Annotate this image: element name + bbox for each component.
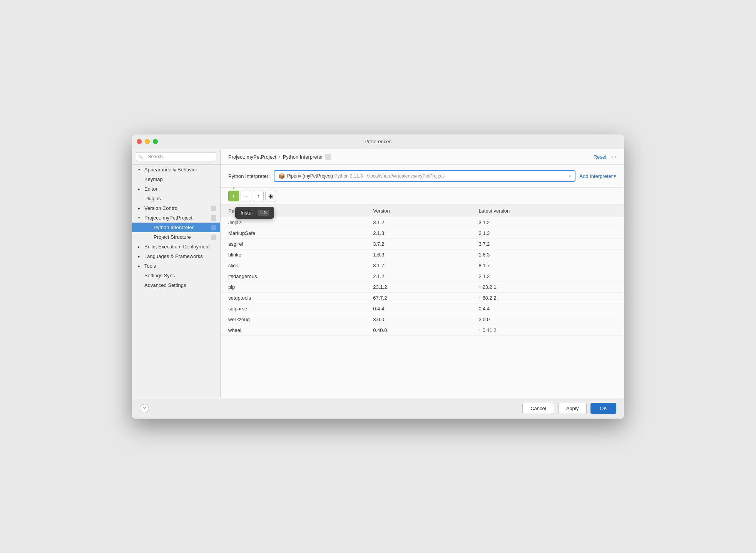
main-header: Project: myPetProject › Python Interpret… [221,149,624,165]
interpreter-row: Python Interpreter: 📦 Pipenv (myPetProje… [221,165,624,188]
help-button[interactable]: ? [140,404,149,413]
package-version: 23.1.2 [365,282,471,293]
preferences-window: Preferences ▾ Appearance & Behavior Keym… [132,134,624,419]
package-name: MarkupSafe [221,228,365,239]
sidebar-item-editor[interactable]: ▸ Editor [132,184,220,194]
window-title: Preferences [365,139,391,144]
sidebar-item-advanced[interactable]: Advanced Settings [132,280,220,290]
sidebar-item-label: Keymap [144,176,163,182]
table-row[interactable]: itsdangerous2.1.22.1.2 [221,271,624,282]
package-latest-version: 3.7.2 [471,239,624,250]
sidebar-item-build[interactable]: ▸ Build, Execution, Deployment [132,242,220,251]
table-row[interactable]: setuptools67.7.2↑ 68.2.2 [221,293,624,303]
chevron-right-icon: ▸ [138,206,142,210]
sidebar-item-label: Settings Sync [144,273,175,278]
arrow-container: + Install [228,191,239,201]
package-version: 67.7.2 [365,293,471,303]
table-row[interactable]: Jinja23.1.23.1.2 [221,217,624,228]
badge-icon [211,235,216,240]
interpreter-select[interactable]: 📦 Pipenv (myPetProject) Python 3.11.3 ~/… [274,170,576,182]
sidebar-item-appearance[interactable]: ▾ Appearance & Behavior [132,165,220,174]
sidebar-item-label: Project: myPetProject [144,215,192,221]
interpreter-icon: 📦 [278,173,285,179]
package-name: wheel [221,325,365,336]
table-row[interactable]: wheel0.40.0↑ 0.41.2 [221,325,624,336]
table-row[interactable]: pip23.1.2↑ 23.2.1 [221,282,624,293]
update-indicator: ↑ 23.2.1 [478,284,616,290]
badge-icon [211,225,216,230]
column-latest: Latest version [471,205,624,217]
interpreter-label: Python Interpreter: [228,173,270,179]
package-latest-version: 0.4.4 [471,303,624,314]
search-bar [132,149,220,165]
table-header-row: Package Version Latest version [221,205,624,217]
package-latest-version: 3.0.0 [471,314,624,325]
package-version: 2.1.2 [365,271,471,282]
chevron-down-icon: ▾ [138,168,142,172]
table-row[interactable]: click8.1.78.1.7 [221,260,624,271]
package-version: 0.4.4 [365,303,471,314]
nav-arrows: ‹ › [611,154,616,160]
cancel-button[interactable]: Cancel [522,403,554,414]
minus-icon: − [244,193,248,199]
back-arrow-icon[interactable]: ‹ [611,154,613,160]
close-button[interactable] [137,139,142,144]
sidebar-item-project-structure[interactable]: Project Structure [132,232,220,242]
apply-button[interactable]: Apply [558,403,587,414]
search-input[interactable] [136,152,216,161]
table-row[interactable]: werkzeug3.0.03.0.0 [221,314,624,325]
upgrade-package-button[interactable]: ↑ [253,191,264,201]
sidebar-item-keymap[interactable]: Keymap [132,174,220,184]
package-name: itsdangerous [221,271,365,282]
question-mark-icon: ? [143,406,146,411]
chevron-down-icon: ▾ [614,173,616,179]
titlebar: Preferences [132,134,624,149]
remove-package-button[interactable]: − [241,191,251,201]
sidebar-item-tools[interactable]: ▸ Tools [132,261,220,271]
maximize-button[interactable] [153,139,158,144]
packages-area: + Install [221,188,624,398]
page-icon [325,154,331,160]
sidebar-item-python-interpreter[interactable]: Python Interpreter [132,223,220,232]
sidebar-item-version-control[interactable]: ▸ Version Control [132,203,220,213]
show-details-button[interactable]: ◉ [265,191,276,201]
forward-arrow-icon[interactable]: › [614,154,616,160]
table-row[interactable]: sqlparse0.4.40.4.4 [221,303,624,314]
package-version: 3.7.2 [365,239,471,250]
minimize-button[interactable] [145,139,150,144]
sidebar-item-settings-sync[interactable]: Settings Sync [132,271,220,280]
package-version: 3.0.0 [365,314,471,325]
ok-button[interactable]: OK [590,403,616,414]
table-row[interactable]: blinker1.6.31.6.3 [221,250,624,260]
sidebar-item-label: Build, Execution, Deployment [144,244,210,250]
badge-icon [211,206,216,211]
chevron-down-icon: ▾ [569,174,571,178]
package-latest-version: 2.1.2 [471,271,624,282]
column-version: Version [365,205,471,217]
chevron-right-icon: ▸ [138,255,142,258]
package-version: 2.1.3 [365,228,471,239]
update-arrow-icon: ↑ [478,328,481,333]
package-latest-version: ↑ 68.2.2 [471,293,624,303]
package-latest-version: 8.1.7 [471,260,624,271]
sidebar-item-project[interactable]: ▾ Project: myPetProject [132,213,220,223]
sidebar-item-languages[interactable]: ▸ Languages & Frameworks [132,251,220,261]
package-version: 0.40.0 [365,325,471,336]
table-row[interactable]: MarkupSafe2.1.32.1.3 [221,228,624,239]
package-latest-version: 1.6.3 [471,250,624,260]
green-arrow-indicator [221,188,244,189]
add-interpreter-button[interactable]: Add Interpreter ▾ [579,173,616,179]
sidebar: ▾ Appearance & Behavior Keymap ▸ Editor … [132,149,221,398]
package-version: 8.1.7 [365,260,471,271]
plus-icon: + [232,193,235,199]
sidebar-item-plugins[interactable]: Plugins [132,194,220,203]
update-indicator: ↑ 0.41.2 [478,327,616,333]
add-package-button[interactable]: + [228,191,239,201]
package-name: asgiref [221,239,365,250]
package-name: werkzeug [221,314,365,325]
package-name: click [221,260,365,271]
reset-button[interactable]: Reset [594,154,607,160]
package-name: pip [221,282,365,293]
package-latest-version: ↑ 23.2.1 [471,282,624,293]
table-row[interactable]: asgiref3.7.23.7.2 [221,239,624,250]
